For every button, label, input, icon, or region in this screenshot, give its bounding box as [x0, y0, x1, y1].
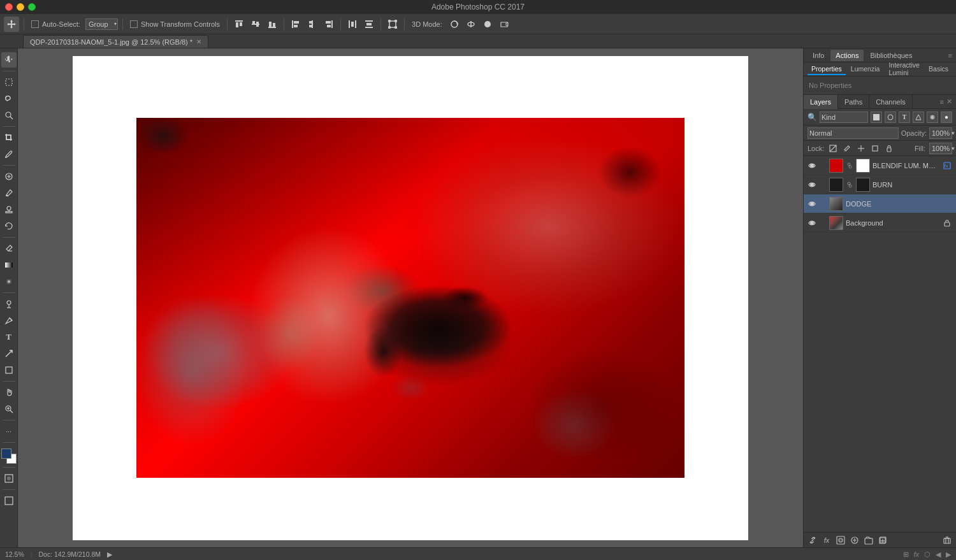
right-tab-bibliotheques[interactable]: Bibliothèques — [865, 50, 917, 61]
auto-select-dropdown[interactable]: Group Layer — [85, 18, 118, 30]
prop-tab-interactive-lumini[interactable]: Interactive Lumini — [885, 64, 923, 75]
tab-close-btn[interactable]: ✕ — [196, 38, 201, 45]
right-tab-actions[interactable]: Actions — [830, 50, 864, 61]
blend-mode-select[interactable]: Normal Dissolve Multiply Screen Overlay … — [808, 127, 899, 139]
layers-panel-close-icon[interactable]: ✕ — [946, 97, 952, 106]
auto-select-toggle[interactable]: Auto-Select: — [29, 17, 83, 31]
layer-visibility-blendif[interactable] — [808, 161, 816, 170]
prop-tab-lumenzia[interactable]: Lumenzia — [847, 64, 884, 75]
filter-smart-btn[interactable] — [927, 111, 938, 123]
layer-fx-blendif[interactable]: fx — [942, 161, 952, 171]
layers-tab-paths[interactable]: Paths — [838, 95, 869, 109]
color-swatches[interactable] — [1, 449, 17, 464]
document-tab[interactable]: QDP-20170318-NAOMI_5-1.jpg @ 12.5% (RGB/… — [23, 35, 208, 48]
align-bottom-btn[interactable] — [265, 17, 279, 31]
align-top-btn[interactable] — [232, 17, 246, 31]
tool-lasso[interactable] — [1, 91, 17, 106]
layer-visibility-dodge[interactable] — [808, 199, 816, 208]
minimize-button[interactable] — [17, 3, 24, 11]
tool-gradient[interactable] — [1, 257, 17, 273]
add-mask-btn[interactable] — [834, 534, 847, 547]
tool-eraser[interactable] — [1, 241, 17, 256]
add-adjustment-btn[interactable] — [848, 534, 861, 547]
align-left-btn[interactable] — [289, 17, 303, 31]
move-tool-btn[interactable] — [4, 17, 19, 32]
right-panel-menu-icon[interactable]: ≡ — [948, 52, 952, 59]
new-layer-btn[interactable] — [876, 534, 889, 547]
show-transform-checkbox[interactable] — [130, 20, 138, 28]
lock-paint-btn[interactable] — [842, 143, 852, 154]
tool-brush[interactable] — [1, 185, 17, 201]
add-group-btn[interactable] — [862, 534, 875, 547]
canvas-area[interactable] — [18, 48, 803, 547]
auto-select-checkbox[interactable] — [31, 20, 39, 28]
tool-mode-quick-mask[interactable] — [1, 471, 17, 486]
layer-fx-btn[interactable]: fx — [820, 534, 833, 547]
layer-item-blendif[interactable]: BLENDIF LUM. MASK fx — [804, 156, 956, 175]
fx-label[interactable]: fx — [914, 550, 919, 558]
tool-quick-select[interactable] — [1, 108, 17, 123]
3d-render-btn[interactable] — [481, 17, 495, 31]
3d-camera-btn[interactable] — [497, 17, 511, 31]
3d-rotate2-btn[interactable] — [464, 17, 478, 31]
tool-eyedropper[interactable] — [1, 147, 17, 162]
filter-kind-select[interactable]: Kind Name Effect Mode Attribute Color Sm… — [820, 111, 868, 123]
align-right-btn[interactable] — [322, 17, 336, 31]
layer-visibility-burn[interactable] — [808, 180, 816, 189]
layers-tab-layers[interactable]: Layers — [804, 95, 838, 109]
lock-artboard-btn[interactable] — [870, 143, 880, 154]
show-transform-toggle[interactable]: Show Transform Controls — [127, 17, 222, 31]
transform-btn[interactable] — [386, 17, 400, 31]
tool-shape[interactable] — [1, 363, 17, 378]
nav-left-icon[interactable]: ◀ — [936, 550, 941, 558]
tool-stamp[interactable] — [1, 202, 17, 217]
layer-item-background[interactable]: Background — [804, 213, 956, 233]
mask-icon[interactable]: ⬡ — [924, 550, 931, 558]
filter-adjustment-btn[interactable] — [885, 111, 896, 123]
lock-all-btn[interactable] — [884, 143, 894, 154]
tool-zoom[interactable] — [1, 401, 17, 417]
nav-right-icon[interactable]: ▶ — [946, 550, 951, 558]
right-tab-info[interactable]: Info — [808, 50, 829, 61]
tool-extra[interactable]: ··· — [1, 424, 17, 439]
opacity-input[interactable] — [929, 127, 952, 139]
layer-item-burn[interactable]: BURN — [804, 175, 956, 194]
grid-icon[interactable]: ⊞ — [903, 550, 909, 558]
filter-text-btn[interactable]: T — [899, 111, 910, 123]
tool-history-brush[interactable] — [1, 219, 17, 234]
tool-path-select[interactable] — [1, 346, 17, 361]
tool-dodge[interactable] — [1, 296, 17, 312]
layer-link-btn[interactable] — [806, 534, 819, 547]
filter-pixel-btn[interactable] — [871, 111, 882, 123]
tool-blur[interactable] — [1, 274, 17, 289]
prop-tab-basics[interactable]: Basics — [925, 64, 952, 75]
dist-horiz-btn[interactable] — [345, 17, 359, 31]
layer-item-dodge[interactable]: DODGE — [804, 194, 956, 213]
layers-panel-menu-icon[interactable]: ≡ — [940, 98, 944, 106]
delete-layer-btn[interactable] — [941, 534, 953, 547]
close-button[interactable] — [5, 3, 13, 11]
tool-screen-mode[interactable] — [1, 493, 17, 508]
filter-shape-btn[interactable] — [913, 111, 924, 123]
lock-position-btn[interactable] — [856, 143, 866, 154]
filter-toggle-btn[interactable]: ● — [941, 111, 952, 123]
lock-transparent-btn[interactable] — [828, 143, 838, 154]
tool-crop[interactable] — [1, 130, 17, 145]
foreground-color-swatch[interactable] — [1, 449, 11, 459]
maximize-button[interactable] — [28, 3, 36, 11]
align-vcenter-btn[interactable] — [249, 17, 263, 31]
3d-rotate-btn[interactable] — [447, 17, 461, 31]
fill-input[interactable] — [929, 143, 952, 154]
tool-patch[interactable] — [1, 169, 17, 184]
layer-visibility-background[interactable] — [808, 219, 816, 227]
status-arrow[interactable]: ▶ — [107, 550, 112, 558]
tool-pen[interactable] — [1, 313, 17, 328]
dist-vert-btn[interactable] — [362, 17, 376, 31]
align-hcenter-btn[interactable] — [305, 17, 319, 31]
tool-text[interactable]: T — [1, 329, 17, 345]
prop-tab-properties[interactable]: Properties — [808, 64, 846, 75]
layers-tab-channels[interactable]: Channels — [869, 95, 912, 109]
tool-move[interactable] — [1, 52, 17, 68]
tool-hand[interactable] — [1, 385, 17, 400]
layers-list[interactable]: BLENDIF LUM. MASK fx BURN — [804, 156, 956, 532]
